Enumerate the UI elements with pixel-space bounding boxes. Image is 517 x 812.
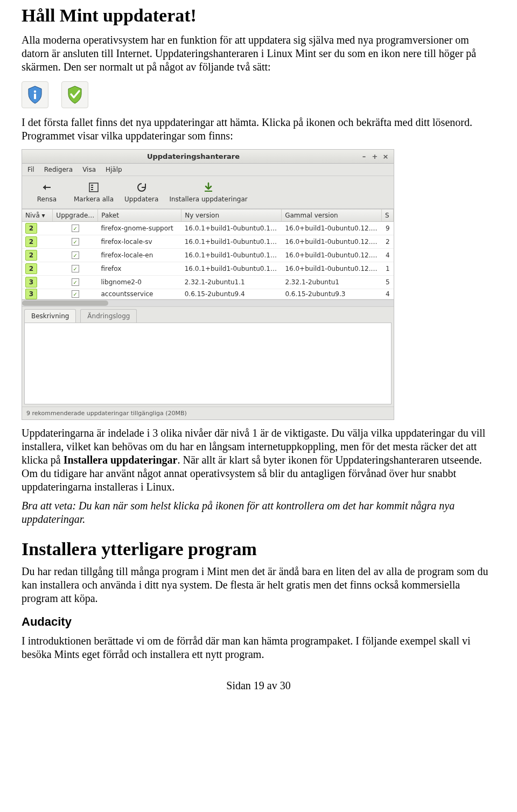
selectall-icon (87, 180, 101, 194)
tab-description[interactable]: Beskrivning (24, 309, 76, 323)
column-level[interactable]: Nivå ▾ (22, 209, 53, 221)
toolbar-label: Installera uppdateringar (169, 195, 247, 203)
upgrade-checkbox[interactable]: ✓ (72, 290, 79, 298)
old-version: 2.32.1-2ubuntu1 (282, 277, 382, 288)
bold-install: Installera uppdateringar (64, 454, 178, 466)
package-name: firefox-locale-en (97, 250, 181, 261)
svg-rect-5 (91, 187, 93, 188)
table-row[interactable]: 3✓accountsservice0.6.15-2ubuntu9.40.6.15… (22, 289, 394, 299)
size-value: 1 (382, 263, 394, 274)
package-name: firefox-locale-sv (97, 236, 181, 247)
table-row[interactable]: 3✓libgnome2-02.32.1-2ubuntu1.12.32.1-2ub… (22, 276, 394, 289)
old-version: 16.0+build1-0ubuntu0.12.04.1 (282, 263, 382, 274)
install-icon (201, 180, 215, 194)
page-footer: Sidan 19 av 30 (22, 680, 495, 692)
upgrade-checkbox[interactable]: ✓ (72, 238, 79, 246)
level-badge: 2 (25, 223, 37, 234)
size-value: 4 (382, 250, 394, 261)
level-badge: 2 (25, 263, 37, 274)
explain-paragraph: Uppdateringarna är indelade i 3 olika ni… (22, 426, 495, 494)
package-name: firefox (97, 263, 181, 274)
svg-rect-6 (91, 189, 93, 190)
table-row[interactable]: 2✓firefox-locale-sv16.0.1+build1-0ubuntu… (22, 235, 394, 249)
level-badge: 3 (25, 289, 37, 299)
old-version: 16.0+build1-0ubuntu0.12.04.1 (282, 236, 382, 247)
refresh-icon (135, 180, 149, 194)
table-row[interactable]: 2✓firefox-locale-en16.0.1+build1-0ubuntu… (22, 249, 394, 262)
upgrade-checkbox[interactable]: ✓ (72, 251, 79, 259)
upgrade-checkbox[interactable]: ✓ (72, 278, 79, 286)
heading-install-more: Installera ytterligare program (22, 539, 495, 559)
column-oldversion[interactable]: Gammal version (282, 209, 382, 221)
column-newversion[interactable]: Ny version (181, 209, 282, 221)
tray-icons-row (22, 81, 495, 108)
detail-tabs: Beskrivning Ändringslogg (22, 306, 394, 323)
shield-info-icon (22, 81, 48, 108)
table-row[interactable]: 2✓firefox-gnome-support16.0.1+build1-0ub… (22, 222, 394, 235)
description-textarea (24, 323, 392, 404)
old-version: 0.6.15-2ubuntu9.3 (282, 289, 382, 299)
good-to-know-paragraph: Bra att veta: Du kan när som helst klick… (22, 499, 495, 526)
minimize-icon[interactable]: – (360, 153, 368, 160)
menu-hjalp[interactable]: Hjälp (106, 166, 122, 173)
maximize-icon[interactable]: + (371, 153, 379, 160)
size-value: 5 (382, 277, 394, 288)
old-version: 16.0+build1-0ubuntu0.12.04.1 (282, 250, 382, 261)
shield-check-icon (61, 81, 88, 108)
new-version: 16.0.1+build1-0ubuntu0.12.04.1 (181, 250, 282, 261)
toolbar-selectall-button[interactable]: Markera alla (68, 179, 119, 204)
intro-paragraph-2: I det första fallet finns det nya uppdat… (22, 116, 495, 143)
statusbar: 9 rekommenderade uppdateringar tillgängl… (22, 407, 394, 419)
scrollbar-thumb[interactable] (22, 300, 108, 306)
menu-redigera[interactable]: Redigera (44, 166, 73, 173)
table-row[interactable]: 2✓firefox16.0.1+build1-0ubuntu0.12.04.11… (22, 262, 394, 276)
new-version: 2.32.1-2ubuntu1.1 (181, 277, 282, 288)
update-table-body[interactable]: 2✓firefox-gnome-support16.0.1+build1-0ub… (22, 222, 394, 299)
heading-audacity: Audacity (22, 615, 495, 629)
intro-paragraph-1: Alla moderna operativsystem har en funkt… (22, 33, 495, 74)
upgrade-checkbox[interactable]: ✓ (72, 265, 79, 272)
package-name: accountsservice (97, 289, 181, 299)
toolbar-label: Rensa (37, 195, 57, 203)
svg-rect-1 (34, 94, 36, 99)
window-titlebar[interactable]: Uppdateringshanterare – + × (22, 150, 394, 164)
size-value: 2 (382, 236, 394, 247)
toolbar-label: Uppdatera (124, 195, 158, 203)
svg-rect-7 (205, 191, 212, 192)
upgrade-checkbox[interactable]: ✓ (72, 225, 79, 232)
toolbar-refresh-button[interactable]: Uppdatera (119, 179, 164, 204)
column-package[interactable]: Paket (98, 209, 181, 221)
toolbar-label: Markera alla (74, 195, 114, 203)
toolbar-clear-button[interactable]: Rensa (25, 179, 68, 204)
old-version: 16.0+build1-0ubuntu0.12.04.1 (282, 223, 382, 234)
new-version: 16.0.1+build1-0ubuntu0.12.04.1 (181, 263, 282, 274)
package-name: libgnome2-0 (97, 277, 181, 288)
level-badge: 2 (25, 236, 37, 247)
svg-rect-4 (91, 185, 93, 186)
menu-visa[interactable]: Visa (82, 166, 96, 173)
size-value: 4 (382, 289, 394, 299)
column-size[interactable]: S (382, 209, 394, 221)
close-icon[interactable]: × (382, 153, 389, 160)
heading-keep-updated: Håll Mint uppdaterat! (22, 5, 495, 26)
update-manager-window: Uppdateringshanterare – + × Fil Redigera… (22, 149, 394, 420)
toolbar: Rensa Markera alla Uppdatera Installera … (22, 176, 394, 209)
new-version: 0.6.15-2ubuntu9.4 (181, 289, 282, 299)
package-name: firefox-gnome-support (97, 223, 181, 234)
horizontal-scrollbar[interactable] (22, 299, 394, 306)
install-more-paragraph: Du har redan tillgång till många program… (22, 565, 495, 605)
svg-rect-3 (89, 183, 98, 192)
window-title: Uppdateringshanterare (26, 152, 360, 160)
size-value: 9 (382, 223, 394, 234)
tab-changelog[interactable]: Ändringslogg (80, 309, 137, 323)
clear-icon (40, 180, 54, 194)
svg-point-0 (34, 90, 36, 93)
audacity-paragraph: I introduktionen berättade vi om de förr… (22, 634, 495, 661)
new-version: 16.0.1+build1-0ubuntu0.12.04.1 (181, 236, 282, 247)
level-badge: 2 (25, 250, 37, 261)
toolbar-install-button[interactable]: Installera uppdateringar (164, 179, 253, 204)
column-upgrade[interactable]: Uppgradera (53, 209, 98, 221)
table-header[interactable]: Nivå ▾ Uppgradera Paket Ny version Gamma… (22, 209, 394, 222)
level-badge: 3 (25, 277, 37, 288)
menu-fil[interactable]: Fil (27, 166, 34, 173)
